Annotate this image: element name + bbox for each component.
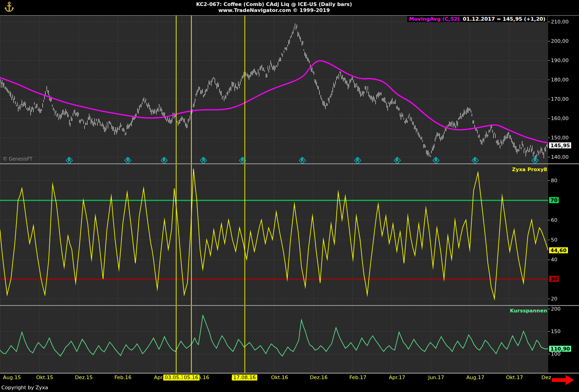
y-axis-tick-label: 200 xyxy=(551,306,561,311)
y-axis-tick-label: 50 xyxy=(551,236,557,242)
rollover-letter: R xyxy=(300,158,305,163)
x-axis-date-label: Feb.16 xyxy=(115,375,132,380)
rollover-marker-icon: R xyxy=(300,158,305,163)
last-price-badge: 145,95 xyxy=(549,143,571,149)
rollover-letter: R xyxy=(162,158,167,163)
y-axis-tick-label: 160,00 xyxy=(551,115,569,121)
rollover-marker-icon: R xyxy=(532,158,538,163)
rollover-letter: R xyxy=(67,158,72,163)
rollover-marker-icon: R xyxy=(240,158,245,163)
highlighted-date-label: 05.16 xyxy=(182,375,200,380)
x-axis-date-label: Okt.15 xyxy=(36,375,53,380)
y-axis-tick-label: 200,00 xyxy=(551,38,569,44)
rollover-letter: R xyxy=(532,158,538,163)
rollover-letter: R xyxy=(201,158,206,163)
y-axis-tick-label: 180,00 xyxy=(551,76,569,82)
rollover-marker-icon: R xyxy=(125,158,130,163)
arrow-body xyxy=(552,378,566,382)
rollover-marker-icon: R xyxy=(473,158,478,163)
x-axis-date-label: Aug.17 xyxy=(467,375,485,380)
rollover-letter: R xyxy=(240,158,245,163)
y-axis-tick-label: 60 xyxy=(551,217,557,223)
x-axis-date-label: Aug.15 xyxy=(3,375,21,380)
x-axis-date-label: Dez.15 xyxy=(75,375,93,380)
axis-label-layer: 210,00200,00190,00180,00170,00160,00150,… xyxy=(0,0,579,392)
rollover-letter: R xyxy=(355,158,360,163)
y-axis-tick-label: 140,00 xyxy=(551,154,569,160)
x-axis-date-label: Okt.17 xyxy=(506,375,523,380)
y-axis-tick-label: 150 xyxy=(551,328,561,334)
x-axis-date-label: Jun.17 xyxy=(428,375,444,380)
range-value-badge: 110,90 xyxy=(549,346,571,352)
copyright-footer: Copyright by Zyxa xyxy=(1,385,48,391)
scroll-forward-arrow[interactable] xyxy=(552,375,576,385)
highlighted-date-label: 17.08.16 xyxy=(232,375,257,380)
x-axis-date-label: Okt.16 xyxy=(271,375,288,380)
y-axis-tick-label: 210,00 xyxy=(551,18,569,24)
trade-navigator-window: KC2-067: Coffee (Comb) CAdj Liq @ ICE-US… xyxy=(0,0,579,392)
y-axis-tick-label: 80 xyxy=(551,178,557,184)
y-axis-tick-label: 190,00 xyxy=(551,57,569,63)
rollover-letter: R xyxy=(433,158,439,163)
proxy-upper-band-badge: 70 xyxy=(549,197,559,203)
y-axis-tick-label: 170,00 xyxy=(551,96,569,102)
rollover-letter: R xyxy=(473,158,478,163)
x-axis-date-label: Dez.16 xyxy=(310,375,328,380)
arrow-head-icon xyxy=(566,375,574,385)
y-axis-tick-label: 20 xyxy=(551,296,557,302)
x-axis-date-label: Feb.17 xyxy=(350,375,367,380)
rollover-marker-icon: R xyxy=(433,158,439,163)
proxy-lower-band-badge: 30 xyxy=(549,276,559,282)
rollover-letter: R xyxy=(395,158,400,163)
rollover-marker-icon: R xyxy=(162,158,167,163)
x-axis-date-label: Apr.17 xyxy=(389,375,405,380)
rollover-letter: R xyxy=(125,158,130,163)
anchor-logo-icon xyxy=(3,1,17,15)
rollover-marker-icon: R xyxy=(395,158,400,163)
rollover-marker-icon: R xyxy=(67,158,72,163)
rollover-marker-icon: R xyxy=(355,158,360,163)
y-axis-tick-label: 40 xyxy=(551,256,557,262)
proxy-value-badge: 44,60 xyxy=(549,247,568,253)
y-axis-tick-label: 150,00 xyxy=(551,135,569,141)
anchor-icon xyxy=(3,1,16,14)
rollover-marker-icon: R xyxy=(201,158,206,163)
x-axis-date-label: Dez xyxy=(541,375,551,380)
